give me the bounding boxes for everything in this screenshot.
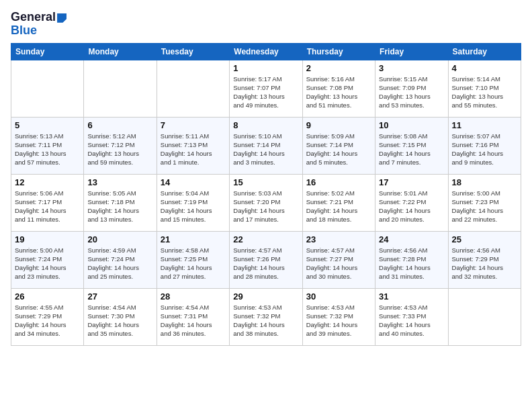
logo-general: General bbox=[11, 10, 56, 24]
calendar-cell: 3Sunrise: 5:15 AM Sunset: 7:09 PM Daylig… bbox=[375, 60, 448, 117]
day-number: 10 bbox=[379, 120, 444, 130]
day-info: Sunrise: 4:57 AM Sunset: 7:26 PM Dayligh… bbox=[233, 246, 298, 281]
day-number: 28 bbox=[161, 291, 226, 302]
day-number: 22 bbox=[233, 234, 298, 244]
day-info: Sunrise: 4:54 AM Sunset: 7:30 PM Dayligh… bbox=[87, 303, 152, 338]
day-number: 14 bbox=[161, 177, 226, 187]
calendar-cell: 4Sunrise: 5:14 AM Sunset: 7:10 PM Daylig… bbox=[448, 60, 521, 117]
day-number: 27 bbox=[87, 291, 152, 302]
day-info: Sunrise: 5:14 AM Sunset: 7:10 PM Dayligh… bbox=[452, 75, 517, 110]
calendar-cell: 12Sunrise: 5:06 AM Sunset: 7:17 PM Dayli… bbox=[11, 174, 84, 231]
day-number: 31 bbox=[379, 291, 444, 302]
weekday-thursday: Thursday bbox=[302, 43, 375, 60]
calendar-cell: 15Sunrise: 5:03 AM Sunset: 7:20 PM Dayli… bbox=[230, 174, 302, 231]
weekday-tuesday: Tuesday bbox=[157, 43, 229, 60]
day-number: 6 bbox=[87, 120, 152, 130]
calendar-cell: 27Sunrise: 4:54 AM Sunset: 7:30 PM Dayli… bbox=[84, 288, 157, 345]
day-info: Sunrise: 5:00 AM Sunset: 7:23 PM Dayligh… bbox=[452, 189, 517, 224]
day-info: Sunrise: 5:00 AM Sunset: 7:24 PM Dayligh… bbox=[15, 246, 80, 281]
header: General Blue bbox=[11, 11, 521, 38]
calendar-cell: 30Sunrise: 4:53 AM Sunset: 7:32 PM Dayli… bbox=[302, 288, 375, 345]
day-number: 18 bbox=[452, 177, 517, 187]
day-info: Sunrise: 5:01 AM Sunset: 7:22 PM Dayligh… bbox=[379, 189, 444, 224]
logo: General Blue bbox=[11, 11, 66, 38]
logo-icon bbox=[57, 13, 66, 23]
calendar-cell: 20Sunrise: 4:59 AM Sunset: 7:24 PM Dayli… bbox=[84, 231, 157, 288]
day-info: Sunrise: 4:55 AM Sunset: 7:29 PM Dayligh… bbox=[15, 303, 80, 338]
day-number: 26 bbox=[15, 291, 80, 302]
day-info: Sunrise: 4:57 AM Sunset: 7:27 PM Dayligh… bbox=[306, 246, 371, 281]
day-number: 5 bbox=[15, 120, 80, 130]
calendar-cell: 7Sunrise: 5:11 AM Sunset: 7:13 PM Daylig… bbox=[157, 117, 229, 174]
day-number: 30 bbox=[306, 291, 371, 302]
day-number: 13 bbox=[87, 177, 152, 187]
day-info: Sunrise: 5:13 AM Sunset: 7:11 PM Dayligh… bbox=[15, 132, 80, 167]
day-info: Sunrise: 4:56 AM Sunset: 7:29 PM Dayligh… bbox=[452, 246, 517, 281]
day-number: 25 bbox=[452, 234, 517, 244]
day-number: 1 bbox=[233, 63, 298, 73]
calendar-cell: 18Sunrise: 5:00 AM Sunset: 7:23 PM Dayli… bbox=[448, 174, 521, 231]
day-info: Sunrise: 4:58 AM Sunset: 7:25 PM Dayligh… bbox=[161, 246, 226, 281]
calendar-cell: 10Sunrise: 5:08 AM Sunset: 7:15 PM Dayli… bbox=[375, 117, 448, 174]
calendar-cell: 1Sunrise: 5:17 AM Sunset: 7:07 PM Daylig… bbox=[230, 60, 302, 117]
calendar-cell: 9Sunrise: 5:09 AM Sunset: 7:14 PM Daylig… bbox=[302, 117, 375, 174]
day-number: 29 bbox=[233, 291, 298, 302]
calendar-cell: 5Sunrise: 5:13 AM Sunset: 7:11 PM Daylig… bbox=[11, 117, 84, 174]
day-info: Sunrise: 5:02 AM Sunset: 7:21 PM Dayligh… bbox=[306, 189, 371, 224]
day-info: Sunrise: 5:04 AM Sunset: 7:19 PM Dayligh… bbox=[161, 189, 226, 224]
calendar-cell: 22Sunrise: 4:57 AM Sunset: 7:26 PM Dayli… bbox=[230, 231, 302, 288]
day-number: 21 bbox=[161, 234, 226, 244]
calendar-cell: 28Sunrise: 4:54 AM Sunset: 7:31 PM Dayli… bbox=[157, 288, 229, 345]
day-info: Sunrise: 5:05 AM Sunset: 7:18 PM Dayligh… bbox=[87, 189, 152, 224]
day-info: Sunrise: 4:53 AM Sunset: 7:33 PM Dayligh… bbox=[379, 303, 444, 338]
calendar-week-0: 1Sunrise: 5:17 AM Sunset: 7:07 PM Daylig… bbox=[11, 60, 521, 117]
calendar-cell: 25Sunrise: 4:56 AM Sunset: 7:29 PM Dayli… bbox=[448, 231, 521, 288]
calendar-cell bbox=[84, 60, 157, 117]
calendar-cell bbox=[157, 60, 229, 117]
day-number: 16 bbox=[306, 177, 371, 187]
calendar-cell: 31Sunrise: 4:53 AM Sunset: 7:33 PM Dayli… bbox=[375, 288, 448, 345]
day-info: Sunrise: 4:53 AM Sunset: 7:32 PM Dayligh… bbox=[233, 303, 298, 338]
day-info: Sunrise: 5:16 AM Sunset: 7:08 PM Dayligh… bbox=[306, 75, 371, 110]
calendar-cell: 29Sunrise: 4:53 AM Sunset: 7:32 PM Dayli… bbox=[230, 288, 302, 345]
day-number: 3 bbox=[379, 63, 444, 73]
day-number: 19 bbox=[15, 234, 80, 244]
day-number: 23 bbox=[306, 234, 371, 244]
weekday-saturday: Saturday bbox=[448, 43, 521, 60]
weekday-wednesday: Wednesday bbox=[230, 43, 302, 60]
day-number: 11 bbox=[452, 120, 517, 130]
calendar-cell: 19Sunrise: 5:00 AM Sunset: 7:24 PM Dayli… bbox=[11, 231, 84, 288]
day-info: Sunrise: 4:54 AM Sunset: 7:31 PM Dayligh… bbox=[161, 303, 226, 338]
day-number: 7 bbox=[161, 120, 226, 130]
day-info: Sunrise: 5:08 AM Sunset: 7:15 PM Dayligh… bbox=[379, 132, 444, 167]
calendar-cell: 26Sunrise: 4:55 AM Sunset: 7:29 PM Dayli… bbox=[11, 288, 84, 345]
calendar-cell: 13Sunrise: 5:05 AM Sunset: 7:18 PM Dayli… bbox=[84, 174, 157, 231]
day-info: Sunrise: 5:07 AM Sunset: 7:16 PM Dayligh… bbox=[452, 132, 517, 167]
day-number: 12 bbox=[15, 177, 80, 187]
logo-text: General bbox=[11, 11, 66, 24]
calendar-cell bbox=[11, 60, 84, 117]
logo-blue: Blue bbox=[11, 24, 37, 37]
weekday-sunday: Sunday bbox=[11, 43, 84, 60]
day-number: 8 bbox=[233, 120, 298, 130]
logo-blue-text: Blue bbox=[11, 24, 66, 38]
calendar-cell: 6Sunrise: 5:12 AM Sunset: 7:12 PM Daylig… bbox=[84, 117, 157, 174]
day-info: Sunrise: 5:10 AM Sunset: 7:14 PM Dayligh… bbox=[233, 132, 298, 167]
day-info: Sunrise: 4:53 AM Sunset: 7:32 PM Dayligh… bbox=[306, 303, 371, 338]
calendar-cell: 17Sunrise: 5:01 AM Sunset: 7:22 PM Dayli… bbox=[375, 174, 448, 231]
day-info: Sunrise: 5:12 AM Sunset: 7:12 PM Dayligh… bbox=[87, 132, 152, 167]
calendar-cell: 11Sunrise: 5:07 AM Sunset: 7:16 PM Dayli… bbox=[448, 117, 521, 174]
day-number: 4 bbox=[452, 63, 517, 73]
day-number: 20 bbox=[87, 234, 152, 244]
calendar-week-4: 26Sunrise: 4:55 AM Sunset: 7:29 PM Dayli… bbox=[11, 288, 521, 345]
calendar-cell: 24Sunrise: 4:56 AM Sunset: 7:28 PM Dayli… bbox=[375, 231, 448, 288]
day-info: Sunrise: 5:17 AM Sunset: 7:07 PM Dayligh… bbox=[233, 75, 298, 110]
day-info: Sunrise: 5:11 AM Sunset: 7:13 PM Dayligh… bbox=[161, 132, 226, 167]
calendar-cell: 8Sunrise: 5:10 AM Sunset: 7:14 PM Daylig… bbox=[230, 117, 302, 174]
weekday-header-row: SundayMondayTuesdayWednesdayThursdayFrid… bbox=[11, 43, 521, 60]
day-info: Sunrise: 5:09 AM Sunset: 7:14 PM Dayligh… bbox=[306, 132, 371, 167]
calendar-week-2: 12Sunrise: 5:06 AM Sunset: 7:17 PM Dayli… bbox=[11, 174, 521, 231]
weekday-friday: Friday bbox=[375, 43, 448, 60]
calendar-cell: 16Sunrise: 5:02 AM Sunset: 7:21 PM Dayli… bbox=[302, 174, 375, 231]
day-info: Sunrise: 5:06 AM Sunset: 7:17 PM Dayligh… bbox=[15, 189, 80, 224]
